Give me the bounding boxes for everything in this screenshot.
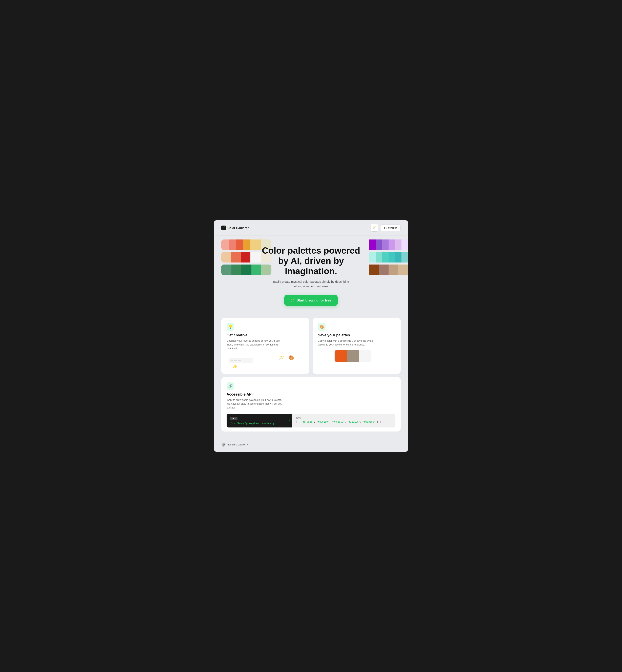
brew-icon: 🪄 [291, 298, 295, 303]
cauldron-visual-icon: 🪄 [278, 356, 284, 361]
api-endpoint: /api/brew?prompt=outrun+city [230, 422, 275, 425]
swatch [232, 264, 242, 275]
palette-strip-right-1 [369, 240, 408, 250]
swatch [376, 240, 382, 250]
save-visual [318, 350, 395, 362]
swatch [398, 264, 408, 275]
api-method-badge: GET [230, 417, 238, 420]
feature-card-creative: 💡 Get creative Describe your favorite sh… [221, 318, 309, 374]
prompt-bar [229, 358, 253, 363]
palette-preview-icon: 🎨 [288, 355, 294, 360]
swatch [388, 264, 398, 275]
swatch [250, 240, 261, 250]
prompt-dot [231, 360, 234, 361]
page-wrapper: 🪄 Color Cauldron 🪄 ♥ Favorites [214, 220, 408, 452]
footer-label: hellish creative ↗ [228, 443, 249, 446]
swatch [388, 252, 395, 262]
swatch [369, 240, 376, 250]
feature-creative-desc: Describe your favorite shades or how you… [227, 339, 283, 350]
hero-subtitle: Easily create mystical color palettes si… [273, 279, 349, 288]
prompt-dots [231, 360, 241, 361]
swatch [241, 264, 251, 275]
nav-favorites-button[interactable]: ♥ Favorites [380, 224, 401, 231]
features-row-top: 💡 Get creative Describe your favorite sh… [221, 318, 401, 374]
api-response-code: [ { "#FF7518", "#8C6239", "#46281C", "#2… [296, 420, 392, 423]
swatch [369, 264, 379, 275]
footer: 🐺 hellish creative ↗ [214, 437, 408, 452]
save-swatch-white [371, 350, 379, 362]
brew-label: Start brewing for free [297, 298, 332, 303]
feature-save-title: Save your palettes [318, 333, 395, 338]
swatch [221, 240, 229, 250]
navbar: 🪄 Color Cauldron 🪄 ♥ Favorites [214, 220, 408, 236]
swatch [379, 264, 388, 275]
swatch [395, 252, 402, 262]
logo: 🪄 Color Cauldron [221, 225, 249, 230]
save-swatch-taupe [347, 350, 359, 362]
api-response-block: JSON [ { "#FF7518", "#8C6239", "#46281C"… [292, 414, 395, 427]
swatch [251, 264, 262, 275]
hero-section: Color palettes powered by AI, driven by … [214, 236, 408, 316]
api-request-block: GET /api/brew?prompt=outrun+city [227, 414, 279, 427]
palette-strip-right-2 [369, 252, 408, 262]
favorites-label: Favorites [386, 226, 397, 229]
external-link-icon: ↗ [246, 443, 249, 446]
api-endpoint-base: /api/brew?prompt= [230, 422, 257, 425]
feature-card-save: 🎨 Save your palettes Copy a color with a… [313, 318, 401, 374]
sparkle-icon: ✨ [233, 364, 237, 369]
swatch [221, 264, 232, 275]
nav-cauldron-button[interactable]: 🪄 [371, 224, 378, 232]
api-visual: GET /api/brew?prompt=outrun+city ——→ JSO… [227, 414, 395, 427]
swatch [388, 240, 395, 250]
feature-card-api: 🔗 Accessible API Want to brew some palet… [221, 377, 401, 431]
nav-right: 🪄 ♥ Favorites [371, 224, 401, 232]
prompt-dot [238, 360, 241, 361]
feature-creative-title: Get creative [227, 333, 304, 338]
swatch [231, 252, 241, 262]
save-swatch-light [359, 350, 371, 362]
swatch [382, 252, 388, 262]
swatch [402, 252, 408, 262]
palette-strip-right-3 [369, 264, 408, 275]
swatch [369, 252, 376, 262]
logo-text: Color Cauldron [228, 226, 249, 229]
logo-icon: 🪄 [221, 225, 226, 230]
footer-dog-icon: 🐺 [221, 443, 226, 447]
swatch [402, 240, 408, 250]
save-swatch-orange [335, 350, 347, 362]
feature-creative-icon: 💡 [227, 323, 234, 331]
swatch [229, 240, 236, 250]
feature-api-icon: 🔗 [227, 382, 234, 390]
hero-title: Color palettes powered by AI, driven by … [261, 246, 361, 276]
feature-save-icon: 🎨 [318, 323, 325, 331]
swatch [250, 252, 261, 262]
prompt-dot [234, 360, 237, 361]
hero-palettes-right [369, 240, 408, 275]
swatch [243, 240, 250, 250]
feature-api-title: Accessible API [227, 392, 395, 397]
swatch [236, 240, 243, 250]
swatch [395, 240, 402, 250]
swatch [376, 252, 382, 262]
swatch [241, 252, 250, 262]
swatch [221, 252, 231, 262]
feature-save-desc: Copy a color with a single click, or sav… [318, 339, 374, 347]
feature-creative-visual: 🪄 🎨 ✨ [227, 354, 304, 370]
feature-api-desc: Want to brew some palettes in your own p… [227, 398, 283, 410]
api-arrow: ——→ [279, 414, 292, 427]
api-endpoint-param: outrun+city [257, 422, 274, 425]
heart-icon: ♥ [384, 226, 385, 229]
features-section: 💡 Get creative Describe your favorite sh… [214, 316, 408, 437]
api-response-label: JSON [296, 417, 392, 419]
start-brewing-button[interactable]: 🪄 Start brewing for free [284, 295, 338, 306]
swatch [382, 240, 388, 250]
footer-brand-name: hellish creative [228, 443, 245, 446]
